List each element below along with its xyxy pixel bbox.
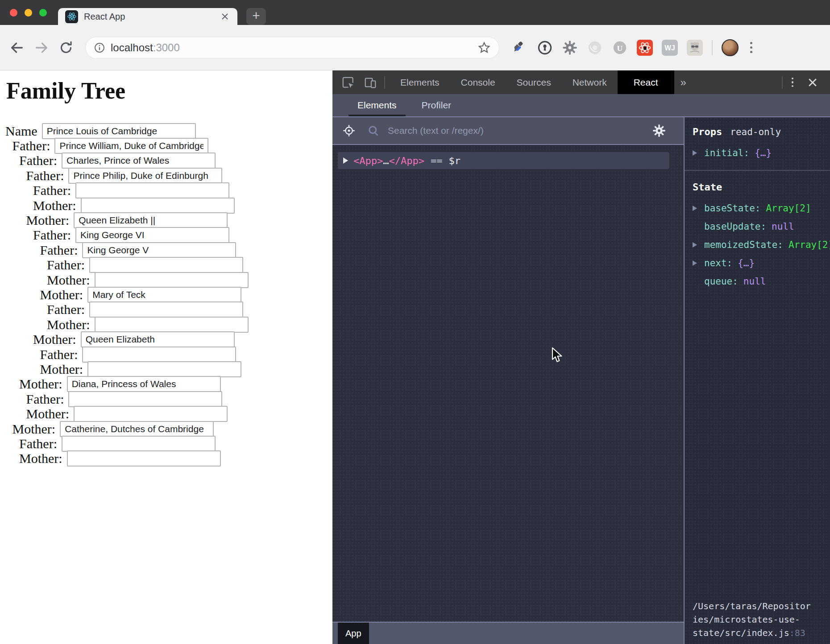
expand-triangle-icon[interactable] bbox=[693, 150, 697, 156]
eyedropper-icon[interactable] bbox=[512, 40, 528, 56]
prop-key: initial: bbox=[704, 148, 749, 158]
react-subtab-elements[interactable]: Elements bbox=[357, 94, 397, 116]
person-row: Father: bbox=[19, 153, 332, 168]
more-tabs-icon[interactable]: » bbox=[681, 76, 686, 89]
person-label: Father: bbox=[40, 243, 78, 258]
person-row: Mother: bbox=[47, 272, 332, 287]
forward-icon[interactable] bbox=[34, 40, 49, 55]
person-input[interactable] bbox=[95, 272, 249, 288]
person-input[interactable] bbox=[67, 450, 221, 466]
person-input[interactable] bbox=[75, 227, 229, 243]
person-input[interactable] bbox=[60, 421, 214, 437]
devtools-tab-network[interactable]: Network bbox=[562, 70, 618, 94]
person-label: Father: bbox=[47, 257, 85, 272]
person-label: Father: bbox=[19, 153, 57, 168]
expand-triangle-icon[interactable] bbox=[343, 157, 348, 164]
browser-toolbar: localhost:3000 U WJ bbox=[0, 25, 830, 70]
person-input[interactable] bbox=[87, 361, 241, 377]
expand-triangle-icon[interactable] bbox=[693, 260, 697, 266]
person-row: Mother: bbox=[33, 198, 332, 213]
expand-triangle-icon[interactable] bbox=[693, 206, 697, 211]
state-title: State bbox=[693, 182, 722, 193]
react-subtab-profiler[interactable]: Profiler bbox=[422, 94, 452, 116]
wj-icon[interactable]: WJ bbox=[662, 40, 678, 56]
person-input[interactable] bbox=[81, 198, 235, 214]
breadcrumb-app-tab[interactable]: App bbox=[338, 623, 369, 644]
browser-tab[interactable]: React App bbox=[58, 8, 237, 25]
ublock-icon[interactable]: U bbox=[612, 40, 628, 56]
site-info-icon[interactable] bbox=[94, 42, 105, 54]
swirl-icon[interactable] bbox=[587, 40, 603, 56]
person-input[interactable] bbox=[81, 331, 235, 347]
page-title: Family Tree bbox=[6, 78, 332, 104]
devtools-menu-icon[interactable] bbox=[790, 76, 796, 89]
props-section: Props read-only initial:{…} bbox=[685, 117, 830, 171]
state-value: Array[2] bbox=[788, 239, 830, 250]
person-label: Father: bbox=[26, 168, 64, 183]
person-input[interactable] bbox=[89, 257, 243, 273]
person-input[interactable] bbox=[67, 376, 221, 392]
person-input[interactable] bbox=[42, 123, 196, 139]
person-label: Mother: bbox=[33, 198, 76, 213]
person-input[interactable] bbox=[75, 182, 229, 198]
person-label: Mother: bbox=[40, 362, 83, 377]
settings-gear-icon[interactable] bbox=[652, 124, 666, 137]
extensions-row: U WJ bbox=[512, 40, 703, 56]
person-input[interactable] bbox=[68, 391, 222, 407]
close-window-button[interactable] bbox=[10, 9, 17, 17]
person-input[interactable] bbox=[62, 153, 216, 169]
zoom-window-button[interactable] bbox=[39, 9, 47, 17]
expand-triangle-icon[interactable] bbox=[693, 242, 697, 248]
ember-mascot-icon[interactable] bbox=[687, 40, 703, 56]
person-row: Mother: bbox=[40, 362, 333, 376]
1password-icon[interactable] bbox=[537, 40, 553, 56]
debugger-gear-icon[interactable] bbox=[562, 40, 578, 56]
person-input[interactable] bbox=[62, 436, 216, 452]
person-input[interactable] bbox=[74, 406, 228, 422]
minimize-window-button[interactable] bbox=[25, 9, 32, 17]
inspect-element-icon[interactable] bbox=[341, 76, 355, 89]
state-key: memoizedState: bbox=[704, 239, 783, 250]
person-label: Mother: bbox=[33, 332, 76, 347]
state-value: null bbox=[772, 221, 794, 232]
person-label: Father: bbox=[26, 392, 64, 407]
search-input[interactable] bbox=[387, 125, 648, 136]
select-element-target-icon[interactable] bbox=[342, 124, 356, 137]
devtools-tab-elements[interactable]: Elements bbox=[390, 70, 450, 94]
person-row: Father: bbox=[26, 168, 333, 183]
bookmark-star-icon[interactable] bbox=[477, 41, 491, 54]
person-input[interactable] bbox=[87, 287, 241, 303]
profile-avatar[interactable] bbox=[722, 39, 739, 56]
person-input[interactable] bbox=[74, 212, 228, 228]
devtools-close-icon[interactable] bbox=[807, 77, 818, 88]
person-input[interactable] bbox=[95, 317, 249, 333]
person-input[interactable] bbox=[82, 242, 236, 258]
new-tab-button[interactable]: + bbox=[246, 8, 266, 25]
children-ellipsis: … bbox=[383, 155, 389, 166]
react-devtools-icon[interactable] bbox=[637, 40, 653, 56]
component-row-app[interactable]: <App>…</App> == $r bbox=[338, 152, 669, 169]
person-label: Father: bbox=[33, 183, 71, 198]
person-row: Father: bbox=[19, 436, 332, 451]
person-row: Father: bbox=[26, 392, 333, 406]
browser-menu-icon[interactable] bbox=[748, 40, 754, 55]
source-file-path[interactable]: /Users/taras/Repositories/microstates-us… bbox=[685, 599, 830, 644]
devtools-tab-react[interactable]: React bbox=[618, 70, 674, 94]
person-input[interactable] bbox=[89, 301, 243, 318]
devtools-tab-sources[interactable]: Sources bbox=[506, 70, 562, 94]
devtools-tab-strip: ElementsConsoleSourcesNetworkReact bbox=[390, 70, 674, 94]
person-row: Father: bbox=[33, 183, 332, 198]
device-toolbar-icon[interactable] bbox=[364, 76, 377, 89]
back-icon[interactable] bbox=[9, 40, 25, 55]
person-label: Father: bbox=[12, 138, 50, 153]
address-bar[interactable]: localhost:3000 bbox=[85, 37, 499, 59]
reload-icon[interactable] bbox=[58, 40, 74, 55]
react-favicon-icon bbox=[65, 10, 78, 23]
person-input[interactable] bbox=[82, 347, 236, 363]
person-input[interactable] bbox=[54, 138, 208, 154]
devtools-tab-console[interactable]: Console bbox=[450, 70, 506, 94]
tab-close-icon[interactable] bbox=[220, 11, 230, 22]
person-input[interactable] bbox=[68, 168, 222, 184]
react-devtools: ElementsProfiler <App>…</App> == bbox=[332, 94, 830, 644]
state-row: queue:null bbox=[693, 272, 830, 290]
